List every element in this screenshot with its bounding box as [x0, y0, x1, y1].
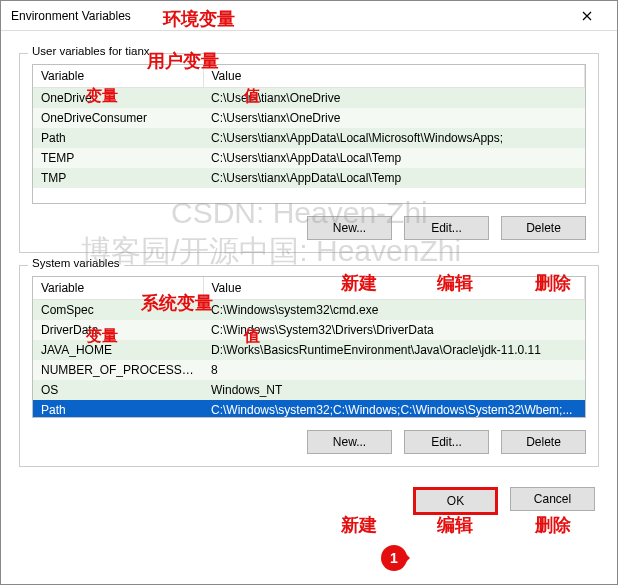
- user-group-label: User variables for tianx: [28, 45, 154, 57]
- table-row[interactable]: TEMPC:\Users\tianx\AppData\Local\Temp: [33, 148, 585, 168]
- table-row[interactable]: JAVA_HOMED:\Works\BasicsRuntimeEnvironme…: [33, 340, 585, 360]
- sys-delete-button[interactable]: Delete: [501, 430, 586, 454]
- table-row[interactable]: DriverDataC:\Windows\System32\Drivers\Dr…: [33, 320, 585, 340]
- table-row[interactable]: NUMBER_OF_PROCESSORS8: [33, 360, 585, 380]
- cancel-button[interactable]: Cancel: [510, 487, 595, 511]
- table-row[interactable]: TMPC:\Users\tianx\AppData\Local\Temp: [33, 168, 585, 188]
- cell-variable: OneDrive: [33, 87, 203, 108]
- cell-value: Windows_NT: [203, 380, 585, 400]
- cell-variable: OneDriveConsumer: [33, 108, 203, 128]
- user-delete-button[interactable]: Delete: [501, 216, 586, 240]
- cell-value: C:\Windows\System32\Drivers\DriverData: [203, 320, 585, 340]
- cell-value: C:\Users\tianx\AppData\Local\Temp: [203, 148, 585, 168]
- cell-variable: DriverData: [33, 320, 203, 340]
- ok-button[interactable]: OK: [413, 487, 498, 515]
- cell-variable: JAVA_HOME: [33, 340, 203, 360]
- user-col-variable[interactable]: Variable: [33, 65, 203, 87]
- titlebar: Environment Variables: [1, 1, 617, 31]
- table-row[interactable]: PathC:\Windows\system32;C:\Windows;C:\Wi…: [33, 400, 585, 419]
- cell-variable: OS: [33, 380, 203, 400]
- ann-bubble-1: 1: [381, 545, 407, 571]
- cell-variable: TMP: [33, 168, 203, 188]
- user-new-button[interactable]: New...: [307, 216, 392, 240]
- sys-new-button[interactable]: New...: [307, 430, 392, 454]
- cell-value: C:\Users\tianx\AppData\Local\Temp: [203, 168, 585, 188]
- cell-value: D:\Works\BasicsRuntimeEnvironment\Java\O…: [203, 340, 585, 360]
- cell-value: C:\Users\tianx\OneDrive: [203, 87, 585, 108]
- cell-value: C:\Users\tianx\OneDrive: [203, 108, 585, 128]
- user-edit-button[interactable]: Edit...: [404, 216, 489, 240]
- cell-variable: ComSpec: [33, 299, 203, 320]
- cell-value: C:\Users\tianx\AppData\Local\Microsoft\W…: [203, 128, 585, 148]
- user-variables-group: User variables for tianx Variable Value …: [19, 53, 599, 253]
- close-icon: [582, 11, 592, 21]
- sys-col-variable[interactable]: Variable: [33, 277, 203, 299]
- cell-variable: NUMBER_OF_PROCESSORS: [33, 360, 203, 380]
- cell-variable: Path: [33, 400, 203, 419]
- cell-variable: TEMP: [33, 148, 203, 168]
- sys-edit-button[interactable]: Edit...: [404, 430, 489, 454]
- system-table[interactable]: Variable Value ComSpecC:\Windows\system3…: [32, 276, 586, 418]
- cell-value: C:\Windows\system32\cmd.exe: [203, 299, 585, 320]
- env-vars-dialog: Environment Variables User variables for…: [0, 0, 618, 585]
- cell-value: C:\Windows\system32;C:\Windows;C:\Window…: [203, 400, 585, 419]
- system-group-label: System variables: [28, 257, 124, 269]
- cell-variable: Path: [33, 128, 203, 148]
- table-row[interactable]: OSWindows_NT: [33, 380, 585, 400]
- user-col-value[interactable]: Value: [203, 65, 585, 87]
- sys-col-value[interactable]: Value: [203, 277, 585, 299]
- table-row[interactable]: OneDriveConsumerC:\Users\tianx\OneDrive: [33, 108, 585, 128]
- table-row[interactable]: PathC:\Users\tianx\AppData\Local\Microso…: [33, 128, 585, 148]
- table-row[interactable]: ComSpecC:\Windows\system32\cmd.exe: [33, 299, 585, 320]
- window-title: Environment Variables: [11, 9, 131, 23]
- close-button[interactable]: [567, 2, 607, 30]
- user-table[interactable]: Variable Value OneDriveC:\Users\tianx\On…: [32, 64, 586, 204]
- system-variables-group: System variables Variable Value ComSpecC…: [19, 265, 599, 467]
- cell-value: 8: [203, 360, 585, 380]
- table-row[interactable]: OneDriveC:\Users\tianx\OneDrive: [33, 87, 585, 108]
